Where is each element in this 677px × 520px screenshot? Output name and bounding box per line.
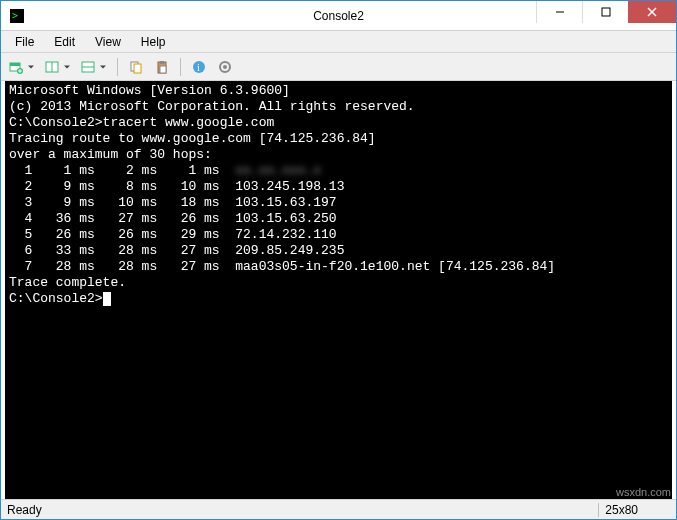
statusbar: Ready 25x80 — [1, 499, 676, 519]
close-button[interactable] — [628, 1, 676, 23]
status-size: 25x80 — [598, 503, 644, 517]
menu-help[interactable]: Help — [131, 33, 176, 51]
svg-text:>: > — [12, 10, 18, 21]
minimize-button[interactable] — [536, 1, 582, 23]
menu-file[interactable]: File — [5, 33, 44, 51]
terminal-output[interactable]: Microsoft Windows [Version 6.3.9600](c) … — [5, 81, 672, 499]
copy-icon[interactable] — [124, 56, 148, 78]
split-h-dropdown-icon[interactable] — [41, 56, 75, 78]
menu-edit[interactable]: Edit — [44, 33, 85, 51]
toolbar-separator — [117, 58, 118, 76]
split-v-dropdown-icon[interactable] — [77, 56, 111, 78]
svg-rect-19 — [160, 66, 166, 73]
svg-rect-3 — [602, 8, 610, 16]
window-controls — [536, 1, 676, 30]
new-tab-dropdown-icon[interactable] — [5, 56, 39, 78]
menu-view[interactable]: View — [85, 33, 131, 51]
svg-rect-7 — [10, 63, 20, 66]
svg-point-23 — [223, 65, 227, 69]
svg-rect-18 — [160, 61, 164, 64]
svg-text:i: i — [197, 62, 200, 73]
window-title: Console2 — [313, 9, 364, 23]
maximize-button[interactable] — [582, 1, 628, 23]
status-text: Ready — [7, 503, 42, 517]
app-icon: > — [9, 8, 25, 24]
cursor — [103, 292, 111, 306]
titlebar: > Console2 — [1, 1, 676, 31]
menubar: File Edit View Help — [1, 31, 676, 53]
toolbar: i — [1, 53, 676, 81]
settings-icon[interactable] — [213, 56, 237, 78]
svg-rect-16 — [134, 64, 141, 73]
info-icon[interactable]: i — [187, 56, 211, 78]
toolbar-separator — [180, 58, 181, 76]
paste-icon[interactable] — [150, 56, 174, 78]
